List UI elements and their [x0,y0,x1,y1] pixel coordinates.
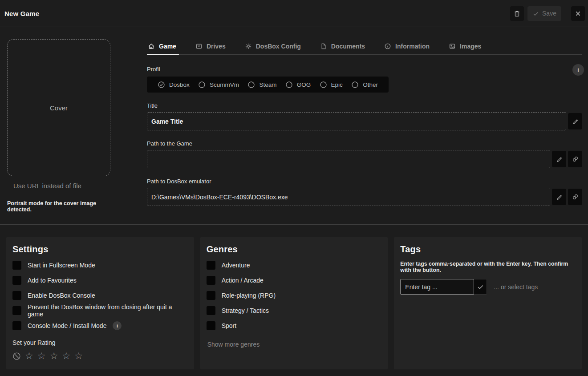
tab-label: Images [460,43,481,50]
profile-label: Profil [147,66,582,73]
tab-dosbox-config[interactable]: DosBox Config [244,39,304,54]
profile-info-badge[interactable]: i [572,64,584,76]
trash-icon [513,10,521,17]
tab-information[interactable]: Information [383,39,432,54]
fullscreen-checkbox[interactable] [12,261,21,270]
radio-scummvm[interactable]: ScummVm [198,81,239,89]
check-icon [477,283,484,291]
image-icon [449,43,456,50]
game-path-edit-button[interactable] [552,151,566,167]
use-url-link[interactable]: Use URL instead of file [13,182,111,190]
tab-label: Game [159,43,176,50]
radio-label: Dosbox [169,81,190,88]
setting-favourites: Add to Favourites [12,276,188,285]
title-bar: New Game Save [0,0,588,27]
save-button-label: Save [542,10,556,17]
rating-control: ☆ ☆ ☆ ☆ ☆ [12,352,188,360]
tags-description: Enter tags comma-separated or with the E… [400,261,576,273]
pencil-icon [572,118,579,125]
show-more-genres-link[interactable]: Show more genres [207,341,382,348]
rpg-checkbox[interactable] [207,291,215,300]
title-input-row: Game Title [147,112,582,130]
checkbox-label: Role-playing (RPG) [222,292,276,299]
sport-checkbox[interactable] [207,321,215,330]
pencil-icon [556,156,563,162]
cover-column: Cover Use URL instead of file Portrait m… [7,39,111,224]
tab-bar: Game Drives DosBox Config [147,39,582,55]
emulator-path-link-button[interactable] [568,189,582,205]
radio-epic[interactable]: Epic [320,81,343,89]
home-icon [148,43,155,50]
game-form-section: Cover Use URL instead of file Portrait m… [0,27,588,225]
tab-documents[interactable]: Documents [319,39,368,54]
checkbox-label: Adventure [222,262,250,269]
title-label: Title [147,102,582,109]
radio-dosbox[interactable]: Dosbox [158,81,190,89]
game-path-input[interactable] [147,150,550,168]
tag-input[interactable] [400,279,474,295]
close-button[interactable] [571,6,585,21]
radio-unchecked-icon [285,81,293,89]
pencil-icon [556,194,563,200]
checkbox-label: Start in Fullscreen Mode [28,262,95,269]
save-button[interactable]: Save [527,6,561,21]
star-icon[interactable]: ☆ [37,352,46,360]
star-icon[interactable]: ☆ [25,352,33,360]
star-icon[interactable]: ☆ [50,352,58,360]
star-icon[interactable]: ☆ [74,352,83,360]
checkbox-label: Enable DosBox Console [28,292,95,299]
game-path-label: Path to the Game [147,140,582,147]
adventure-checkbox[interactable] [207,261,215,270]
confirm-tag-button[interactable] [474,279,487,295]
favourites-checkbox[interactable] [12,276,21,285]
settings-title: Settings [12,244,188,255]
clear-rating-icon[interactable] [12,352,21,360]
bottom-panels: Settings Start in Fullscreen Mode Add to… [0,237,588,369]
action-arcade-checkbox[interactable] [207,276,215,285]
strategy-checkbox[interactable] [207,306,215,315]
console-install-checkbox[interactable] [12,321,21,330]
setting-console: Enable DosBox Console [12,291,188,300]
or-select-tags-label: ... or select tags [494,283,538,291]
prevent-close-checkbox[interactable] [12,306,21,315]
emulator-path-edit-button[interactable] [552,189,566,205]
document-icon [320,43,327,50]
tab-label: Documents [331,43,365,50]
portrait-mode-note: Portrait mode for the cover image detect… [7,200,111,213]
radio-steam[interactable]: Steam [247,81,276,89]
title-input[interactable]: Game Title [147,112,566,130]
checkbox-label: Add to Favourites [28,277,77,284]
title-edit-button[interactable] [568,113,582,129]
genres-panel: Genres Adventure Action / Arcade Role-pl… [200,237,388,369]
setting-prevent-close: Prevent the DosBox window from closing a… [12,306,188,315]
genre-action-arcade: Action / Arcade [207,276,382,285]
check-icon [532,10,539,17]
radio-other[interactable]: Other [351,81,378,89]
info-icon [384,43,391,50]
delete-button[interactable] [510,6,524,21]
tab-drives[interactable]: Drives [195,39,228,54]
drive-icon [195,43,203,50]
checkbox-label: Sport [222,322,236,329]
close-icon [575,10,581,17]
tab-game[interactable]: Game [147,39,179,54]
game-path-input-row [147,150,582,168]
radio-label: Steam [259,81,276,88]
cover-dropzone[interactable]: Cover [7,39,110,176]
genre-strategy: Strategy / Tactics [207,306,382,315]
tag-input-row: ... or select tags [400,279,576,295]
checkbox-label: Action / Arcade [222,277,264,284]
star-icon[interactable]: ☆ [62,352,70,360]
emulator-path-input[interactable]: D:\Games\VMs\DosBox-ECE-r4093\DOSBox.exe [147,188,550,206]
console-mode-info-badge[interactable]: i [113,321,122,330]
rating-label: Set your Rating [12,339,188,346]
tab-images[interactable]: Images [448,39,484,54]
radio-gog[interactable]: GOG [285,81,311,89]
setting-console-install-mode: Console Mode / Install Mode i [12,321,188,330]
tags-title: Tags [400,244,576,255]
dosbox-console-checkbox[interactable] [12,291,21,300]
tags-panel: Tags Enter tags comma-separated or with … [394,237,582,369]
genre-sport: Sport [207,321,382,330]
game-path-link-button[interactable] [568,151,582,167]
radio-unchecked-icon [247,81,255,89]
